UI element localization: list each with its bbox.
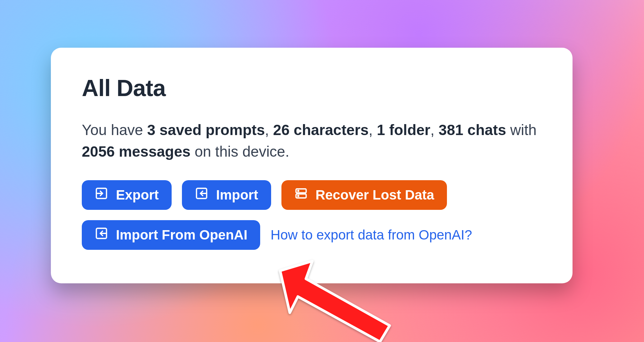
card-title: All Data: [82, 75, 542, 101]
export-label: Export: [116, 187, 159, 203]
button-row: Export Import Recover Los: [82, 180, 542, 250]
summary-with: with: [506, 122, 537, 138]
export-icon: [95, 187, 108, 203]
messages-label: messages: [115, 143, 190, 160]
svg-point-5: [298, 196, 299, 197]
summary-prefix: You have: [82, 122, 147, 138]
import-from-openai-button[interactable]: Import From OpenAI: [82, 220, 260, 250]
import-label: Import: [216, 187, 258, 203]
prompts-count: 3: [147, 122, 156, 138]
chats-count: 381: [439, 122, 463, 138]
import-openai-label: Import From OpenAI: [116, 227, 247, 243]
characters-label: characters: [289, 122, 369, 138]
data-summary: You have 3 saved prompts, 26 characters,…: [82, 119, 542, 162]
import-icon: [95, 227, 108, 243]
folders-label: folder: [385, 122, 431, 138]
chats-label: chats: [463, 122, 506, 138]
folders-count: 1: [377, 122, 385, 138]
summary-suffix: on this device.: [191, 143, 289, 160]
summary-sep: ,: [265, 122, 273, 138]
summary-sep: ,: [369, 122, 377, 138]
server-icon: [294, 187, 308, 203]
characters-count: 26: [273, 122, 289, 138]
import-button[interactable]: Import: [182, 180, 271, 210]
prompts-label: saved prompts: [156, 122, 265, 138]
export-button[interactable]: Export: [82, 180, 172, 210]
summary-sep: ,: [430, 122, 439, 138]
recover-lost-data-button[interactable]: Recover Lost Data: [281, 180, 447, 210]
recover-label: Recover Lost Data: [316, 187, 434, 203]
all-data-card: All Data You have 3 saved prompts, 26 ch…: [51, 48, 573, 283]
how-to-export-link[interactable]: How to export data from OpenAI?: [270, 227, 472, 243]
svg-point-4: [298, 191, 299, 191]
messages-count: 2056: [82, 143, 115, 160]
import-icon: [195, 187, 208, 203]
